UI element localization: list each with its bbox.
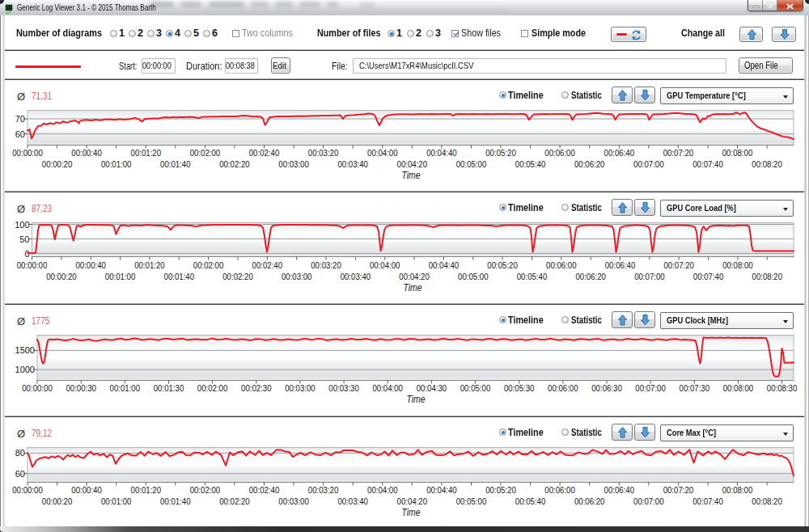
svg-text:00:04:00: 00:04:00 [367,485,398,495]
svg-text:Time: Time [407,394,426,405]
svg-text:00:02:00: 00:02:00 [190,485,221,495]
svg-text:00:06:40: 00:06:40 [604,485,635,495]
svg-text:00:07:00: 00:07:00 [635,383,666,393]
svg-text:00:04:40: 00:04:40 [426,148,457,158]
svg-text:00:00:00: 00:00:00 [22,383,53,393]
svg-text:00:03:40: 00:03:40 [341,272,371,281]
svg-text:00:06:00: 00:06:00 [544,148,575,158]
svg-text:00:06:00: 00:06:00 [544,485,575,495]
svg-text:00:07:00: 00:07:00 [633,496,664,506]
svg-text:Time: Time [402,170,421,181]
svg-text:Time: Time [402,507,421,518]
svg-text:00:00:00: 00:00:00 [12,485,43,495]
svg-text:00:00:20: 00:00:20 [42,159,73,169]
svg-text:00:08:30: 00:08:30 [767,383,798,393]
svg-text:00:01:40: 00:01:40 [164,272,195,281]
svg-text:50: 50 [19,234,29,244]
svg-text:00:04:00: 00:04:00 [372,383,403,393]
svg-text:00:04:40: 00:04:40 [429,260,460,270]
svg-text:00:06:20: 00:06:20 [574,496,605,506]
svg-text:00:02:00: 00:02:00 [190,148,221,158]
svg-text:00:07:40: 00:07:40 [693,496,723,506]
svg-text:00:06:00: 00:06:00 [548,383,578,393]
svg-text:00:04:40: 00:04:40 [426,485,457,495]
svg-text:00:01:20: 00:01:20 [131,485,162,495]
svg-text:00:02:40: 00:02:40 [249,485,280,495]
svg-text:00:00:40: 00:00:40 [71,485,102,495]
svg-text:00:08:00: 00:08:00 [722,260,753,270]
svg-text:00:06:40: 00:06:40 [605,260,636,270]
svg-text:00:03:20: 00:03:20 [308,485,339,495]
svg-text:00:02:40: 00:02:40 [252,260,283,270]
svg-text:00:00:00: 00:00:00 [12,148,43,158]
svg-text:00:03:20: 00:03:20 [311,260,341,270]
svg-text:00:05:00: 00:05:00 [456,496,487,506]
svg-text:00:05:00: 00:05:00 [460,383,491,393]
svg-text:00:04:20: 00:04:20 [399,272,430,281]
svg-text:00:03:20: 00:03:20 [308,148,339,158]
svg-text:00:05:20: 00:05:20 [485,148,516,158]
svg-text:1500: 1500 [15,345,35,355]
svg-text:00:08:00: 00:08:00 [722,485,753,495]
svg-text:00:03:00: 00:03:00 [285,383,316,393]
svg-text:00:02:20: 00:02:20 [219,496,250,506]
svg-text:00:01:20: 00:01:20 [131,148,162,158]
svg-text:00:00:20: 00:00:20 [46,272,77,281]
svg-text:00:03:40: 00:03:40 [337,496,368,506]
svg-text:00:06:40: 00:06:40 [604,148,635,158]
svg-text:00:07:40: 00:07:40 [693,159,723,169]
svg-text:00:01:00: 00:01:00 [101,159,132,169]
svg-text:00:08:00: 00:08:00 [723,383,754,393]
svg-text:00:02:00: 00:02:00 [193,260,224,270]
svg-text:00:00:40: 00:00:40 [71,148,102,158]
svg-text:00:05:40: 00:05:40 [515,496,546,506]
svg-text:00:03:00: 00:03:00 [278,496,309,506]
svg-text:00:07:20: 00:07:20 [663,485,694,495]
svg-text:100: 100 [15,220,29,230]
svg-text:00:05:30: 00:05:30 [504,383,535,393]
svg-text:00:04:00: 00:04:00 [370,260,400,270]
svg-text:00:06:30: 00:06:30 [591,383,622,393]
svg-text:00:06:20: 00:06:20 [574,159,605,169]
svg-text:Time: Time [404,282,422,293]
svg-text:00:01:00: 00:01:00 [101,496,132,506]
svg-text:00:00:40: 00:00:40 [75,260,106,270]
svg-text:00:07:20: 00:07:20 [663,148,694,158]
svg-text:00:07:40: 00:07:40 [693,272,724,281]
svg-text:60: 60 [15,129,25,139]
svg-text:00:07:00: 00:07:00 [633,159,664,169]
svg-text:00:04:00: 00:04:00 [367,148,398,158]
svg-text:60: 60 [15,469,25,479]
svg-text:00:02:20: 00:02:20 [222,272,253,281]
svg-text:00:08:20: 00:08:20 [752,159,782,169]
svg-text:00:00:30: 00:00:30 [66,383,96,393]
svg-text:00:05:20: 00:05:20 [485,485,516,495]
svg-text:00:05:00: 00:05:00 [456,159,487,169]
svg-text:00:02:20: 00:02:20 [219,159,250,169]
svg-text:00:07:30: 00:07:30 [680,383,710,393]
svg-text:00:02:40: 00:02:40 [249,148,280,158]
svg-text:1000: 1000 [15,365,35,374]
svg-text:00:01:00: 00:01:00 [110,383,141,393]
svg-text:00:00:20: 00:00:20 [42,496,73,506]
svg-text:00:07:20: 00:07:20 [663,260,694,270]
svg-text:80: 80 [15,448,25,458]
svg-text:00:08:20: 00:08:20 [752,272,783,281]
svg-text:00:01:30: 00:01:30 [154,383,184,393]
svg-text:00:06:00: 00:06:00 [546,260,577,270]
svg-text:00:03:00: 00:03:00 [282,272,312,281]
svg-text:00:05:40: 00:05:40 [515,159,546,169]
svg-text:00:05:20: 00:05:20 [487,260,518,270]
svg-text:00:04:30: 00:04:30 [417,383,447,393]
svg-text:00:08:00: 00:08:00 [722,148,753,158]
svg-text:00:03:30: 00:03:30 [328,383,359,393]
svg-text:00:05:40: 00:05:40 [517,272,548,281]
svg-text:00:07:00: 00:07:00 [634,272,665,281]
svg-text:00:01:40: 00:01:40 [160,496,191,506]
svg-text:00:08:20: 00:08:20 [752,496,782,506]
svg-text:00:06:20: 00:06:20 [575,272,606,281]
svg-text:00:02:00: 00:02:00 [197,383,228,393]
svg-text:00:01:00: 00:01:00 [105,272,136,281]
svg-text:00:03:00: 00:03:00 [278,159,309,169]
svg-text:70: 70 [15,114,25,124]
